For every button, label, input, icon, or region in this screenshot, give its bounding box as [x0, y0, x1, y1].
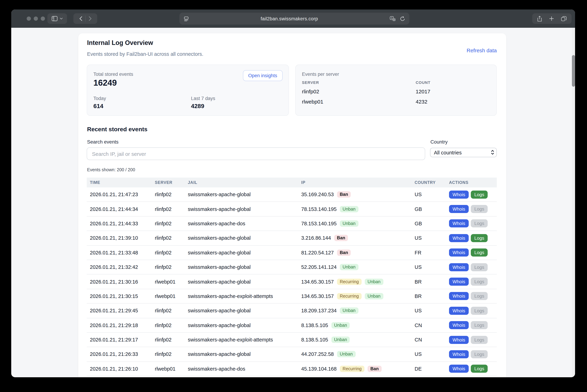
search-input[interactable]: [87, 148, 425, 160]
whois-button[interactable]: Whois: [449, 263, 469, 271]
total-events-label: Total stored events: [93, 72, 133, 77]
logs-button[interactable]: Logs: [471, 307, 488, 315]
tab-overview-icon[interactable]: [561, 16, 567, 21]
event-ip: 134.65.30.157: [301, 279, 334, 284]
event-actions: WhoisLogs: [449, 249, 500, 257]
refresh-data-link[interactable]: Refresh data: [467, 48, 497, 53]
logs-button[interactable]: Logs: [471, 220, 488, 228]
event-jail: swissmakers-apache-dos: [188, 366, 301, 372]
events-per-server-title: Events per server: [302, 72, 339, 77]
browser-window: fail2ban.swissmakers.corp A 文: [11, 10, 575, 377]
event-country: US: [415, 308, 449, 314]
unban-badge: Unban: [337, 351, 355, 358]
event-server: rlwebp01: [155, 279, 188, 284]
event-jail: swissmakers-apache-global: [188, 352, 301, 357]
minimize-window-button[interactable]: [34, 16, 38, 21]
translate-icon[interactable]: A 文: [390, 16, 396, 21]
event-server: rlinfp02: [155, 235, 188, 241]
forward-button[interactable]: [88, 16, 92, 21]
event-actions: WhoisLogs: [449, 365, 500, 373]
event-time: 2026.01.21, 21:44:33: [90, 221, 155, 226]
event-country: GB: [415, 221, 449, 226]
whois-button[interactable]: Whois: [449, 249, 469, 257]
logs-button[interactable]: Logs: [471, 336, 488, 344]
logs-button[interactable]: Logs: [471, 234, 488, 242]
whois-button[interactable]: Whois: [449, 292, 469, 300]
table-row: 2026.01.21, 21:30:15rlwebp01swissmakers-…: [87, 289, 497, 304]
event-jail: swissmakers-apache-global: [188, 279, 301, 284]
event-jail: swissmakers-apache-global: [188, 192, 301, 197]
events-shown-text: Events shown: 200 / 200: [87, 168, 135, 172]
whois-button[interactable]: Whois: [449, 278, 469, 286]
event-actions: WhoisLogs: [449, 205, 500, 213]
event-actions: WhoisLogs: [449, 292, 500, 300]
event-ip: 8.138.5.105: [301, 337, 328, 342]
country-select[interactable]: All countries: [430, 148, 497, 157]
logs-button[interactable]: Logs: [471, 249, 488, 257]
whois-button[interactable]: Whois: [449, 365, 469, 373]
server-count: 12017: [416, 88, 430, 94]
event-ip: 78.153.140.195: [301, 221, 337, 226]
table-row: 2026.01.21, 21:44:34rlinfp02swissmakers-…: [87, 202, 497, 216]
logs-button[interactable]: Logs: [471, 205, 488, 213]
whois-button[interactable]: Whois: [449, 350, 469, 358]
whois-button[interactable]: Whois: [449, 307, 469, 315]
new-tab-icon[interactable]: [549, 16, 554, 21]
logs-button[interactable]: Logs: [471, 278, 488, 286]
back-button[interactable]: [79, 16, 82, 21]
count-column-header: COUNT: [416, 80, 430, 84]
col-actions: ACTIONS: [449, 180, 500, 184]
url-text[interactable]: fail2ban.swissmakers.corp: [189, 16, 390, 21]
event-ip: 45.139.104.168: [301, 366, 337, 372]
recurring-badge: Recurring: [337, 293, 361, 299]
col-ip: IP: [301, 180, 415, 184]
event-actions: WhoisLogs: [449, 263, 500, 271]
recurring-badge: Recurring: [337, 278, 361, 285]
logs-button[interactable]: Logs: [471, 365, 488, 373]
event-jail: swissmakers-apache-global: [188, 250, 301, 256]
today-value: 614: [93, 103, 103, 110]
event-time: 2026.01.21, 21:26:10: [90, 366, 155, 372]
event-actions: WhoisLogs: [449, 350, 500, 358]
unban-badge: Unban: [340, 308, 358, 314]
address-bar[interactable]: fail2ban.swissmakers.corp A 文: [179, 13, 409, 24]
event-jail: swissmakers-apache-dos: [188, 221, 301, 226]
country-label: Country: [430, 139, 448, 144]
events-table-header: TIME SERVER JAIL IP COUNTRY ACTIONS: [87, 178, 497, 188]
whois-button[interactable]: Whois: [449, 336, 469, 344]
sidebar-toggle-button[interactable]: [48, 13, 67, 24]
recurring-badge: Recurring: [340, 366, 364, 372]
whois-button[interactable]: Whois: [449, 190, 469, 198]
col-jail: JAIL: [188, 180, 301, 184]
table-row: 2026.01.21, 21:29:17rlinfp02swissmakers-…: [87, 333, 497, 347]
zoom-window-button[interactable]: [41, 16, 45, 21]
share-icon[interactable]: [537, 16, 542, 22]
logs-button[interactable]: Logs: [471, 263, 488, 271]
recent-events-heading: Recent stored events: [87, 126, 148, 133]
close-window-button[interactable]: [27, 16, 31, 21]
event-actions: WhoisLogs: [449, 234, 500, 242]
unban-badge: Unban: [331, 322, 350, 328]
whois-button[interactable]: Whois: [449, 234, 469, 242]
reload-icon[interactable]: [400, 16, 405, 21]
last7days-label: Last 7 days: [191, 96, 215, 101]
open-insights-button[interactable]: Open insights: [243, 70, 282, 81]
event-ip: 8.138.5.105: [301, 322, 328, 328]
last7days-value: 4289: [191, 103, 204, 110]
reader-mode-icon[interactable]: [184, 16, 189, 21]
logs-button[interactable]: Logs: [471, 190, 488, 198]
logs-button[interactable]: Logs: [471, 350, 488, 358]
scrollbar-thumb[interactable]: [572, 55, 575, 87]
ban-badge: Ban: [368, 366, 381, 372]
event-ip-cell: 134.65.30.157RecurringUnban: [301, 293, 415, 299]
whois-button[interactable]: Whois: [449, 220, 469, 228]
event-jail: swissmakers-apache-exploit-attempts: [188, 294, 301, 299]
logs-button[interactable]: Logs: [471, 292, 488, 300]
event-server: rlinfp02: [155, 250, 188, 256]
table-row: 2026.01.21, 21:39:10rlinfp02swissmakers-…: [87, 231, 497, 246]
event-jail: swissmakers-apache-exploit-attempts: [188, 337, 301, 342]
whois-button[interactable]: Whois: [449, 321, 469, 329]
logs-button[interactable]: Logs: [471, 321, 488, 329]
event-ip-cell: 81.220.54.127Ban: [301, 250, 415, 256]
whois-button[interactable]: Whois: [449, 205, 469, 213]
